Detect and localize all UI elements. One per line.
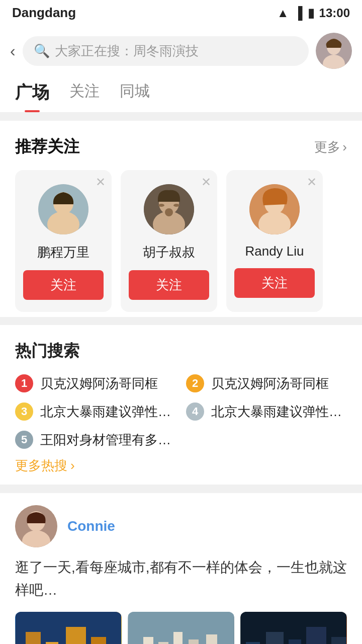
search-row: ‹ 🔍 大家正在搜：周冬雨演技 xyxy=(0,26,362,76)
section-divider xyxy=(0,485,362,485)
follow-button-3[interactable]: 关注 xyxy=(234,268,315,298)
svg-rect-20 xyxy=(26,632,41,644)
back-button[interactable]: ‹ xyxy=(10,42,16,60)
svg-rect-39 xyxy=(331,637,346,644)
user-name-1: 鹏程万里 xyxy=(37,244,89,261)
svg-rect-29 xyxy=(173,632,183,644)
svg-rect-30 xyxy=(189,639,199,644)
svg-rect-23 xyxy=(91,637,106,644)
app-name: Dangdang xyxy=(12,5,76,21)
clock: 13:00 xyxy=(319,6,350,20)
hot-rank-2: 2 xyxy=(186,374,204,392)
post-section: Connie 逛了一天,看每座城市,都有不一样的体会，一生也就这样吧… xyxy=(0,493,362,644)
search-box[interactable]: 🔍 大家正在搜：周冬雨演技 xyxy=(23,36,309,66)
chevron-right-icon: › xyxy=(70,458,75,473)
svg-point-9 xyxy=(165,208,173,216)
post-image-3[interactable] xyxy=(240,612,347,644)
hot-item-5[interactable]: 5 王阳对身材管理有多… xyxy=(15,431,176,449)
hot-item-4[interactable]: 4 北京大暴雨建议弹性… xyxy=(186,403,347,421)
svg-rect-38 xyxy=(306,627,326,644)
recommend-card-1: ✕ 鹏程万里 关注 xyxy=(15,170,112,312)
post-images xyxy=(15,612,347,644)
user-avatar-3 xyxy=(249,184,300,234)
svg-point-10 xyxy=(158,204,164,207)
user-avatar[interactable] xyxy=(316,33,352,69)
svg-rect-36 xyxy=(266,632,284,644)
status-icons: ▲ ▐ ▮ 13:00 xyxy=(277,6,350,20)
svg-rect-21 xyxy=(46,642,58,644)
svg-rect-35 xyxy=(246,642,260,644)
recommend-section: 推荐关注 更多 › ✕ 鹏程万里 关注 ✕ xyxy=(0,121,362,317)
tab-follow[interactable]: 关注 xyxy=(69,81,100,112)
recommend-cards: ✕ 鹏程万里 关注 ✕ xyxy=(15,170,347,312)
search-icon: 🔍 xyxy=(34,43,50,59)
recommend-title: 推荐关注 xyxy=(15,136,79,158)
recommend-more[interactable]: 更多 › xyxy=(314,138,347,156)
hot-text-1: 贝克汉姆阿汤哥同框 xyxy=(40,375,158,392)
hot-text-4: 北京大暴雨建议弹性… xyxy=(211,403,342,421)
hot-item-3[interactable]: 3 北京大暴雨建议弹性… xyxy=(15,403,176,421)
hot-rank-3: 3 xyxy=(15,403,33,421)
follow-button-1[interactable]: 关注 xyxy=(23,270,104,300)
post-image-1[interactable] xyxy=(15,612,122,644)
recommend-header: 推荐关注 更多 › xyxy=(15,136,347,158)
svg-point-11 xyxy=(173,204,179,207)
hot-text-2: 贝克汉姆阿汤哥同框 xyxy=(211,375,329,392)
hot-text-5: 王阳对身材管理有多… xyxy=(40,431,171,449)
user-avatar-1 xyxy=(38,184,88,234)
wifi-icon: ▲ xyxy=(277,6,289,20)
close-icon-3[interactable]: ✕ xyxy=(307,176,317,188)
tab-local[interactable]: 同城 xyxy=(120,81,150,112)
post-header: Connie xyxy=(15,505,347,547)
close-icon-2[interactable]: ✕ xyxy=(201,176,211,188)
svg-rect-27 xyxy=(143,637,153,644)
user-avatar-2 xyxy=(144,184,194,234)
hot-search-grid: 1 贝克汉姆阿汤哥同框 2 贝克汉姆阿汤哥同框 3 北京大暴雨建议弹性… 4 北… xyxy=(15,374,347,449)
post-content: 逛了一天,看每座城市,都有不一样的体会，一生也就这样吧… xyxy=(15,556,347,602)
hot-rank-5: 5 xyxy=(15,431,33,449)
hot-search-title: 热门搜索 xyxy=(15,340,347,362)
hot-rank-1: 1 xyxy=(15,374,33,392)
signal-icon: ▐ xyxy=(294,6,303,20)
tab-square[interactable]: 广场 xyxy=(15,81,49,112)
hot-text-3: 北京大暴雨建议弹性… xyxy=(40,403,171,421)
hot-rank-4: 4 xyxy=(186,403,204,421)
battery-icon: ▮ xyxy=(308,6,314,20)
hot-item-1[interactable]: 1 贝克汉姆阿汤哥同框 xyxy=(15,374,176,392)
svg-rect-33 xyxy=(241,612,346,644)
post-user-avatar[interactable] xyxy=(15,505,57,547)
user-name-2: 胡子叔叔 xyxy=(143,244,195,261)
post-username[interactable]: Connie xyxy=(67,518,115,534)
svg-rect-31 xyxy=(206,634,217,644)
svg-rect-37 xyxy=(289,639,301,644)
svg-rect-28 xyxy=(158,642,168,644)
recommend-card-2: ✕ 胡子叔叔 关注 xyxy=(121,170,217,312)
search-placeholder: 大家正在搜：周冬雨演技 xyxy=(55,42,199,60)
status-bar: Dangdang ▲ ▐ ▮ 13:00 xyxy=(0,0,362,26)
svg-rect-22 xyxy=(66,627,86,644)
tabs-row: 广场 关注 同城 xyxy=(0,76,362,113)
chevron-right-icon: › xyxy=(342,139,347,155)
follow-button-2[interactable]: 关注 xyxy=(129,270,209,300)
close-icon-1[interactable]: ✕ xyxy=(96,176,106,188)
user-name-3: Randy Liu xyxy=(245,244,304,259)
recommend-card-3: ✕ Randy Liu 关注 xyxy=(226,170,323,312)
post-image-2[interactable] xyxy=(128,612,234,644)
hot-search-section: 热门搜索 1 贝克汉姆阿汤哥同框 2 贝克汉姆阿汤哥同框 3 北京大暴雨建议弹性… xyxy=(0,325,362,485)
hot-more-link[interactable]: 更多热搜 › xyxy=(15,457,347,474)
hot-item-2[interactable]: 2 贝克汉姆阿汤哥同框 xyxy=(186,374,347,392)
